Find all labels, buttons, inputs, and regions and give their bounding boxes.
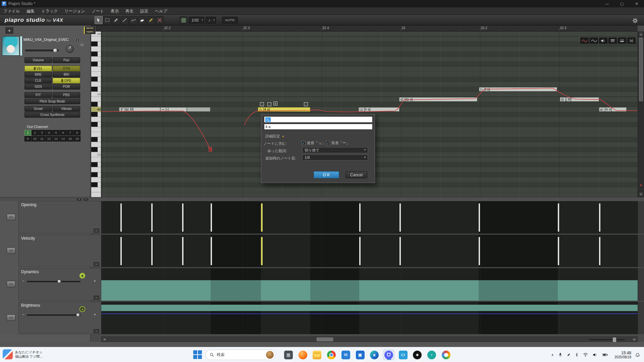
mail-icon[interactable]: ✉ [340,349,352,360]
piano-key-row11[interactable] [91,87,101,92]
pan-knob[interactable] [66,45,74,53]
track-avatar[interactable] [2,36,19,56]
out-channel-16[interactable]: 16 [74,136,80,141]
piano-key-a3[interactable]: A3 [91,107,101,112]
piano-key-row18[interactable] [91,122,101,127]
close-button[interactable]: ✕ [629,0,644,7]
note-ゆ[interactable]: ゆ [j M] [560,97,599,102]
piano-key-row30[interactable] [91,182,101,187]
piano-key-row7[interactable] [91,67,101,72]
widgets-button[interactable]: あなたにイチオシ 福山雅治 フジ間... [3,349,58,359]
out-channel-4[interactable]: 4 [46,130,52,135]
snap-length-dropdown[interactable]: 1/32▾ [189,17,204,23]
scroll-down-arrow[interactable]: ▾ [639,192,643,196]
scroll-right-arrow[interactable]: ▸ [632,337,637,342]
auto-button[interactable]: AUTO [222,17,238,23]
piano-key-row28[interactable] [91,172,101,177]
note-ぜ[interactable]: ぜ [dz e] [399,97,477,102]
chouon-checkbox[interactable]: ✓長音「ー」 [326,140,350,145]
out-channel-11[interactable]: 11 [39,136,45,141]
piano-key-row5[interactable] [91,57,101,62]
lane-toggle-button[interactable]: ∨∨ [7,247,15,254]
piano-key-row24[interactable]: C3 [91,152,101,157]
out-channel-2[interactable]: 2 [32,130,38,135]
lane-canvas[interactable] [101,268,638,301]
chevron-up-icon[interactable]: ∧ [551,353,554,357]
lane-canvas[interactable] [101,235,638,267]
out-channel-7[interactable]: 7 [67,130,73,135]
out-channel-9[interactable]: 9 [24,136,31,141]
delete-tool[interactable] [156,16,164,24]
piano-key-row14[interactable] [91,102,101,107]
sokuon-checkbox[interactable]: ✓促音「っ」 [302,140,325,145]
chatgpt-icon[interactable]: ∗ [412,349,423,360]
note-ー[interactable]: ー [-] [160,107,187,112]
menu-item-8[interactable]: ヘルプ [152,7,171,15]
pitch-curve-icon[interactable] [580,38,589,44]
piano-key-row31[interactable] [91,187,101,192]
lane-collapse-button[interactable]: − [94,329,99,333]
edge-icon[interactable]: e [369,349,380,360]
explorer-icon[interactable] [311,349,323,360]
piano-key-row17[interactable] [91,117,101,122]
param-button-volume[interactable]: Volume [24,57,52,63]
lane-toggle-button[interactable]: ∨∨ [7,214,15,220]
slider-groove[interactable] [27,281,80,282]
out-channel-5[interactable]: 5 [53,130,59,135]
piano-key-row23[interactable] [91,147,101,152]
teal-app-icon[interactable]: ● [426,349,437,360]
piano-key-row20[interactable] [91,132,101,137]
scroll-left-arrow[interactable]: ◂ [102,337,107,342]
param-button-ope[interactable]: OPE [53,78,80,83]
out-channel-10[interactable]: 10 [32,136,38,141]
piano-key-row4[interactable] [91,52,101,57]
param-button-vibrato[interactable]: Vibrato [53,106,80,112]
solo-button[interactable]: S [75,38,80,43]
volume-slider[interactable] [25,50,59,51]
horizontal-scroll-thumb[interactable] [317,338,333,341]
note-handle[interactable] [304,102,308,106]
desktop-app-icon[interactable]: ▦ [283,349,294,360]
maximize-button[interactable]: ▢ [614,0,629,7]
auto-badge[interactable]: a [79,273,85,279]
zoom-knob[interactable] [613,338,616,342]
piano-key-row26[interactable] [91,162,101,167]
lane-collapse-button[interactable]: − [94,229,99,233]
menu-item-3[interactable]: リージョン [61,7,88,15]
horizontal-scrollbar[interactable]: ◂ ▸ [101,337,638,342]
slider-groove[interactable] [27,314,80,316]
phoneme-a-icon[interactable]: [a] [627,38,636,44]
param-button-vel[interactable]: VEL [24,66,52,71]
chrome-icon[interactable] [326,349,337,360]
param-button-pbs[interactable]: PBS [53,92,80,98]
piano-key-row13[interactable] [91,97,101,102]
store-icon[interactable]: ▣ [355,349,366,360]
lane-value-slider[interactable]: −+ [22,279,96,284]
piano-key-row22[interactable] [91,142,101,147]
pencil-tool[interactable] [112,16,120,24]
piano-key-row9[interactable] [91,77,101,82]
out-channel-15[interactable]: 15 [67,136,73,141]
piano-key-row25[interactable] [91,157,101,162]
param-button-pit[interactable]: PIT [24,92,52,98]
out-channel-3[interactable]: 3 [39,130,45,135]
param-button-cle[interactable]: CLE [24,78,52,83]
param-button-cross-synthesis[interactable]: Cross Synthesis [24,112,80,118]
add-track-button[interactable]: + [5,27,14,34]
vertical-scroll-thumb[interactable] [639,38,643,101]
param-button-gen[interactable]: GEN [24,84,52,89]
ok-button[interactable]: O K [314,171,339,178]
param-button-pan[interactable]: Pan [53,57,80,63]
piano-keyboard[interactable]: C5C4A3C3 [91,32,101,197]
lane-toggle-button[interactable]: ∨∨ [7,314,15,321]
lyric-input[interactable]: ら [264,116,373,123]
piano-key-row10[interactable] [91,82,101,87]
param-button-bre[interactable]: BRE [24,72,52,77]
lane-value-slider[interactable]: −+ [22,312,96,318]
param-button-por[interactable]: POR [53,84,80,89]
search-highlight-image[interactable] [266,351,274,359]
piano-key-row21[interactable] [91,137,101,142]
menu-item-2[interactable]: トラック [38,7,61,15]
piano-key-row6[interactable] [91,62,101,67]
slider-knob[interactable] [76,313,80,317]
